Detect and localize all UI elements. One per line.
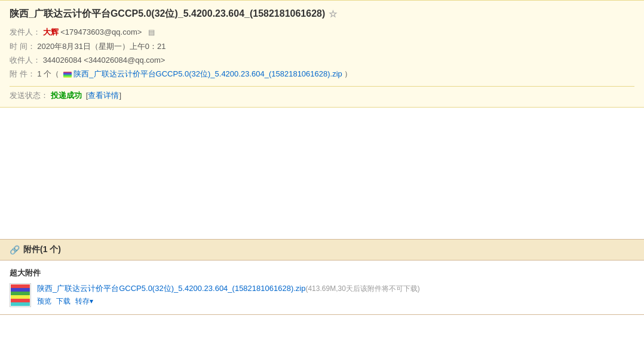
attachment-info: 陕西_广联达云计价平台GCCP5.0(32位)_5.4200.23.604_(1… [37,283,420,307]
attachment-item: 陕西_广联达云计价平台GCCP5.0(32位)_5.4200.23.604_(1… [10,283,634,307]
recipient-row: 收件人： 344026084 <344026084@qq.com> [10,53,634,67]
email-body [0,108,644,239]
time-value: 2020年8月31日（星期一）上午0：21 [37,42,165,51]
email-subject-row: 陕西_广联达云计价平台GCCP5.0(32位)_5.4200.23.604_(1… [10,8,634,20]
status-value: 投递成功 [51,91,82,100]
recipient-label: 收件人： [10,56,41,65]
attachment-inline-label: 附 件： [10,69,35,78]
attachment-header: 🔗 附件(1 个) [0,240,644,261]
attachment-inline-link[interactable]: 陕西_广联达云计价平台GCCP5.0(32位)_5.4200.23.604_(1… [73,69,342,78]
attachment-inline-row: 附 件： 1 个（ 陕西_广联达云计价平台GCCP5.0(32位)_5.4200… [10,67,634,81]
zip-file-icon [10,283,31,307]
save-arrow: ▾ [90,297,93,305]
attachment-section: 🔗 附件(1 个) 超大附件 [0,239,644,315]
status-detail-link[interactable]: 查看详情 [88,91,119,100]
time-row: 时 间： 2020年8月31日（星期一）上午0：21 [10,39,634,53]
sender-name: 大辉 [43,27,59,36]
sender-label: 发件人： [10,27,41,36]
recipient-value: 344026084 <344026084@qq.com> [43,56,165,65]
sender-email: <179473603@qq.com> [60,27,142,36]
download-link[interactable]: 下载 [56,296,70,307]
status-label: 发送状态： [10,91,48,100]
subject-text: 陕西_广联达云计价平台GCCP5.0(32位)_5.4200.23.604_(1… [10,8,325,20]
attachment-inline-count: 1 个（ [37,69,59,78]
save-label: 转存 [75,297,90,305]
attachment-filename-link[interactable]: 陕西_广联达云计价平台GCCP5.0(32位)_5.4200.23.604_(1… [37,284,305,293]
sender-card-icon[interactable]: ▤ [148,28,155,36]
paperclip-icon: 🔗 [10,245,20,255]
attachment-name-meta-row: 陕西_广联达云计价平台GCCP5.0(32位)_5.4200.23.604_(1… [37,283,420,294]
attachment-actions: 预览 下载 转存▾ [37,296,420,307]
email-header: 陕西_广联达云计价平台GCCP5.0(32位)_5.4200.23.604_(1… [0,0,644,108]
save-dropdown[interactable]: 转存▾ [75,296,93,307]
super-attachment-label: 超大附件 [10,268,634,278]
attachment-file-meta: (413.69M,30天后该附件将不可下载) [305,284,419,293]
time-label: 时 间： [10,42,35,51]
sender-row: 发件人： 大辉 <179473603@qq.com> ▤ [10,25,634,39]
zip-color-icon [63,72,72,78]
attachment-body: 超大附件 陕西_广联达云计价平台GCCP5.0(32位)_5.4 [0,261,644,314]
status-row: 发送状态： 投递成功 [查看详情] [10,86,634,101]
star-icon[interactable]: ☆ [329,8,337,20]
preview-link[interactable]: 预览 [37,296,51,307]
attachment-section-title: 附件(1 个) [23,244,61,255]
email-container: 陕西_广联达云计价平台GCCP5.0(32位)_5.4200.23.604_(1… [0,0,644,315]
attachment-close-paren: ） [344,69,352,78]
